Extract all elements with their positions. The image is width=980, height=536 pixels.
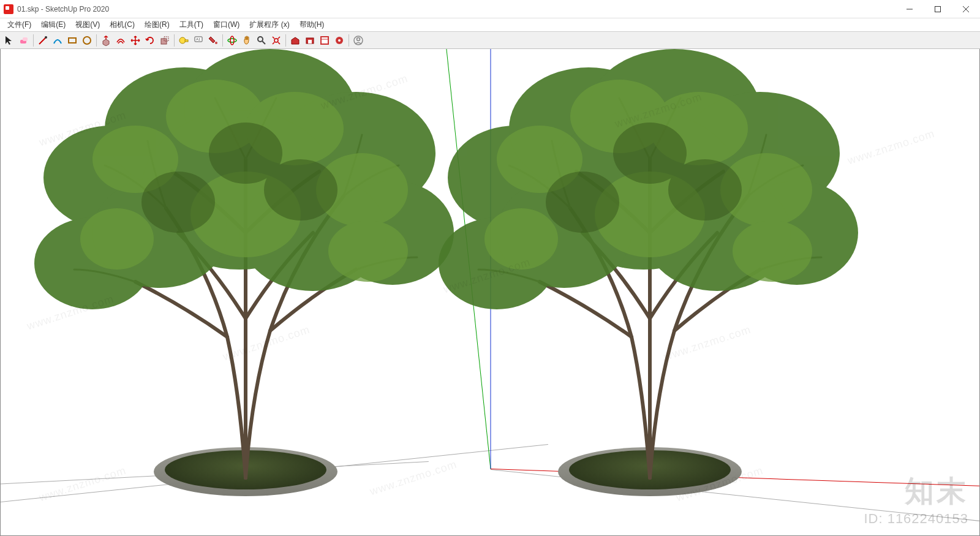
watermark-text: www.znzmo.com [846,127,936,168]
zoom-tool[interactable] [255,34,268,47]
arc-tool[interactable] [51,34,64,47]
warehouse-tool[interactable] [288,34,302,47]
svg-point-34 [331,181,454,285]
svg-point-43 [190,172,301,257]
svg-rect-5 [23,37,28,41]
close-button[interactable] [952,0,980,18]
svg-point-29 [357,37,360,40]
svg-point-37 [239,175,386,291]
menu-tools[interactable]: 工具(T) [175,18,208,31]
svg-point-18 [230,36,234,45]
eraser-tool[interactable] [17,34,31,47]
svg-point-41 [246,92,344,165]
svg-point-30 [43,126,178,230]
svg-point-61 [720,153,812,227]
svg-point-45 [328,221,408,282]
main-toolbar: A1 [0,32,980,49]
rotate-tool[interactable] [143,34,157,47]
svg-point-57 [497,178,631,288]
svg-point-32 [184,49,356,172]
watermark-text: www.znzmo.com [613,91,703,131]
offset-tool[interactable] [114,34,127,47]
window-title: 01.skp - SketchUp Pro 2020 [17,5,895,13]
watermark-text: www.znzmo.com [442,256,532,296]
svg-point-35 [34,217,151,309]
svg-point-9 [83,37,91,44]
svg-rect-23 [308,40,312,43]
svg-point-56 [644,175,791,291]
rectangle-tool[interactable] [66,34,79,47]
svg-point-67 [613,123,687,184]
menu-window[interactable]: 窗口(W) [208,18,244,31]
model-viewport[interactable]: www.znzmo.com www.znzmo.com www.znzmo.co… [0,49,980,536]
svg-point-39 [92,126,178,193]
svg-point-66 [668,159,742,221]
tree-model [429,49,858,490]
watermark-text: www.znzmo.com [25,293,115,333]
pushpull-tool[interactable] [99,34,113,47]
user-tool[interactable] [352,34,365,47]
watermark-text: www.znzmo.com [662,323,752,364]
watermark-text: www.znzmo.com [319,72,409,113]
circle-tool[interactable] [80,34,94,47]
svg-point-46 [141,172,215,233]
menu-file[interactable]: 文件(F) [2,18,36,31]
svg-rect-24 [321,37,328,44]
svg-point-44 [80,208,154,270]
tree-model [25,49,454,490]
svg-point-16 [215,42,217,44]
watermark-text: www.znzmo.com [37,464,127,505]
menu-view[interactable]: 视图(V) [70,18,105,31]
pan-tool[interactable] [240,34,254,47]
svg-point-31 [105,67,264,190]
maximize-button[interactable] [924,0,952,18]
svg-point-21 [274,39,278,42]
tree-planter [558,447,742,496]
orbit-tool[interactable] [225,34,239,47]
select-tool[interactable] [2,34,16,47]
app-icon [4,4,13,14]
svg-point-54 [439,217,555,309]
svg-point-51 [589,49,760,172]
svg-point-64 [733,221,812,282]
svg-point-50 [509,67,668,190]
watermark-brand: 知末 [905,472,968,511]
menu-ext[interactable]: 扩展程序 (x) [244,18,294,31]
layout-tool[interactable] [318,34,331,47]
ext-warehouse-tool[interactable] [303,34,317,47]
menu-edit[interactable]: 编辑(E) [36,18,70,31]
svg-point-55 [546,110,742,270]
window-controls [895,0,980,18]
menu-camera[interactable]: 相机(C) [105,18,140,31]
zoom-extents-tool[interactable] [270,34,283,47]
window-titlebar: 01.skp - SketchUp Pro 2020 [0,0,980,18]
svg-point-36 [141,110,337,270]
watermark-id: ID: 1162240153 [864,511,968,527]
svg-point-27 [338,39,341,42]
svg-point-42 [316,153,408,227]
svg-point-58 [497,126,582,193]
ext-manager-tool[interactable] [333,34,346,47]
svg-point-62 [595,172,705,257]
svg-point-47 [264,159,337,221]
menu-help[interactable]: 帮助(H) [295,18,330,31]
move-tool[interactable] [129,34,142,47]
svg-point-7 [45,36,47,39]
svg-point-33 [276,92,435,214]
menu-bar: 文件(F) 编辑(E) 视图(V) 相机(C) 绘图(R) 工具(T) 窗口(W… [0,18,980,32]
svg-point-65 [546,172,619,233]
svg-point-49 [448,126,582,230]
svg-point-40 [166,80,264,153]
watermark-text: www.znzmo.com [221,323,311,364]
svg-point-60 [650,92,748,165]
tape-tool[interactable] [177,34,190,47]
svg-point-53 [736,181,858,285]
paint-tool[interactable] [206,34,220,47]
scale-tool[interactable] [158,34,172,47]
menu-draw[interactable]: 绘图(R) [140,18,175,31]
line-tool[interactable] [36,34,50,47]
minimize-button[interactable] [895,0,924,18]
svg-point-52 [680,92,840,214]
svg-rect-13 [185,40,188,42]
text-tool[interactable]: A1 [192,34,205,47]
